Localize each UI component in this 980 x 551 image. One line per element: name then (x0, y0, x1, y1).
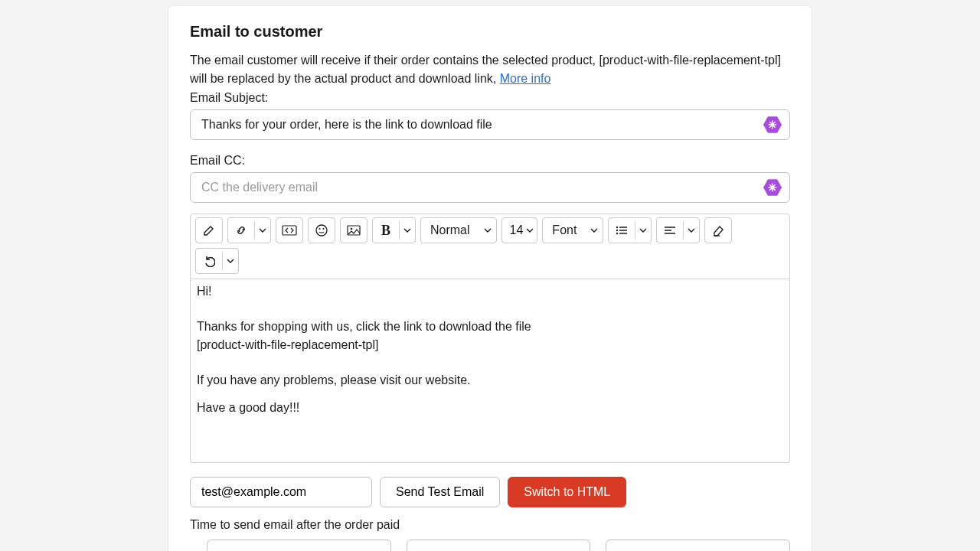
days-select[interactable]: 0 Days (207, 540, 391, 551)
svg-point-6 (616, 227, 618, 228)
send-test-button[interactable]: Send Test Email (380, 477, 500, 507)
body-line: Have a good day!!! (197, 399, 783, 417)
link-icon[interactable] (228, 218, 254, 243)
svg-point-2 (319, 228, 321, 230)
subject-input[interactable] (190, 109, 790, 140)
switch-html-button[interactable]: Switch to HTML (508, 477, 626, 507)
list-dropdown-icon[interactable] (635, 218, 651, 243)
bold-dropdown-icon[interactable] (400, 218, 415, 243)
body-line: Hi! (197, 282, 783, 301)
undo-icon[interactable] (196, 249, 222, 273)
link-dropdown-icon[interactable] (255, 218, 270, 243)
font-size-select[interactable]: 14 (502, 218, 537, 243)
svg-point-3 (323, 228, 325, 230)
card-title: Email to customer (190, 23, 790, 41)
editor-toolbar: B Normal 14 Font (190, 214, 790, 279)
bold-icon[interactable]: B (373, 218, 399, 243)
align-dropdown-icon[interactable] (684, 218, 699, 243)
align-icon[interactable] (657, 218, 683, 243)
card-desc-text: The email customer will receive if their… (190, 54, 781, 85)
email-body-editor[interactable]: Hi! Thanks for shopping with us, click t… (190, 279, 790, 463)
svg-point-7 (616, 230, 618, 231)
paragraph-style-select[interactable]: Normal (421, 218, 496, 243)
ai-magic-icon[interactable]: ✳ (763, 115, 782, 135)
delay-label: Time to send email after the order paid (190, 518, 790, 532)
body-line: [product-with-file-replacement-tpl] (197, 336, 783, 354)
cc-label: Email CC: (190, 154, 790, 168)
paragraph-style-value: Normal (430, 223, 470, 237)
minutes-select[interactable]: 0 Minutes (606, 540, 790, 551)
font-family-value: Font (552, 223, 577, 237)
font-family-select[interactable]: Font (543, 218, 603, 243)
svg-rect-0 (283, 226, 296, 235)
hours-select[interactable]: 3 Hours (407, 540, 591, 551)
list-icon[interactable] (609, 218, 635, 243)
card-desc: The email customer will receive if their… (190, 51, 790, 88)
svg-point-1 (316, 225, 327, 236)
email-settings-card: Email to customer The email customer wil… (168, 6, 812, 551)
subject-label: Email Subject: (190, 91, 790, 105)
cc-input[interactable] (190, 172, 790, 203)
clear-format-icon[interactable] (705, 218, 731, 243)
edit-icon[interactable] (196, 218, 222, 243)
svg-point-8 (616, 233, 618, 234)
body-line: Thanks for shopping with us, click the l… (197, 318, 783, 336)
test-email-input[interactable] (190, 477, 372, 507)
test-actions: Send Test Email Switch to HTML (190, 477, 790, 507)
code-block-icon[interactable] (276, 218, 302, 243)
font-size-value: 14 (510, 223, 524, 237)
delay-row: 0 Days 3 Hours 0 Minutes (190, 540, 790, 551)
svg-point-5 (351, 228, 353, 230)
undo-dropdown-icon[interactable] (223, 249, 238, 273)
ai-magic-icon[interactable]: ✳ (763, 178, 782, 197)
subject-input-wrap: ✳ (190, 109, 790, 140)
cc-input-wrap: ✳ (190, 172, 790, 203)
body-line: If you have any problems, please visit o… (197, 371, 783, 390)
more-info-link[interactable]: More info (500, 72, 551, 85)
emoji-icon[interactable] (309, 218, 335, 243)
image-icon[interactable] (341, 218, 367, 243)
